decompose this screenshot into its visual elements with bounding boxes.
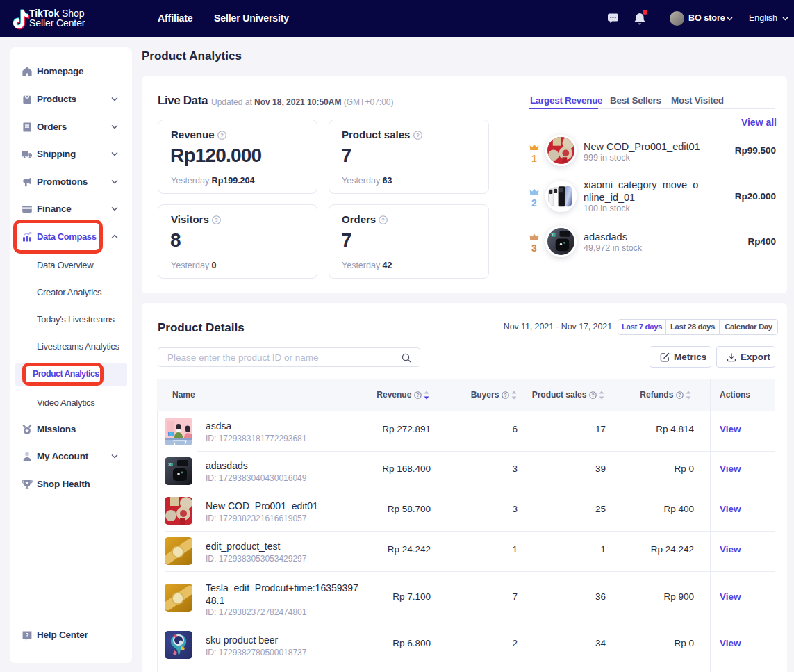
svg-text:X: X [551, 233, 554, 237]
svg-text:?: ? [25, 632, 29, 639]
svg-text:?: ? [591, 393, 594, 398]
svg-text:?: ? [220, 132, 224, 138]
svg-text:?: ? [678, 393, 681, 398]
svg-text:?: ? [215, 217, 218, 223]
svg-text:?: ? [416, 393, 419, 398]
svg-text:X: X [168, 462, 171, 466]
svg-text:?: ? [504, 393, 506, 398]
svg-text:?: ? [381, 217, 385, 223]
svg-text:?: ? [416, 132, 420, 138]
